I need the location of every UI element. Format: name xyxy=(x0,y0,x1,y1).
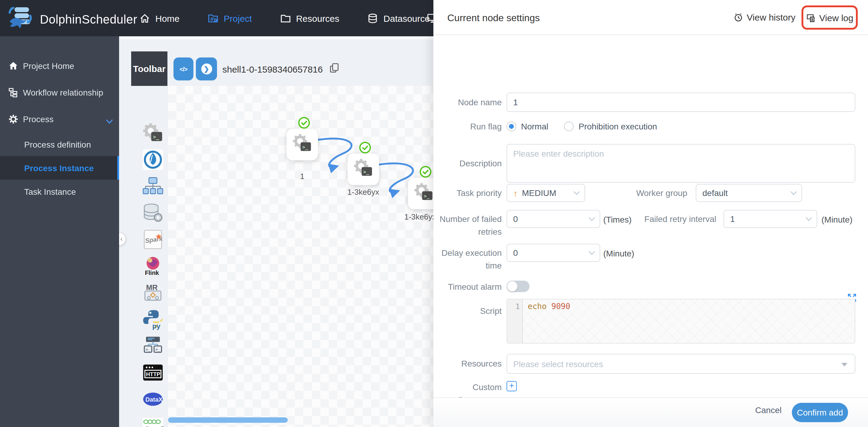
sidebar-item-task-instance[interactable]: Task Instance xyxy=(0,180,119,203)
svg-text:>_: >_ xyxy=(424,193,430,199)
resources-select[interactable]: Please select resources xyxy=(506,354,855,374)
nav-item-resources[interactable]: Resources xyxy=(280,12,339,24)
dag-title: shell1-0-1598340657816 xyxy=(222,64,323,75)
datasource-icon xyxy=(367,12,379,24)
run-flag-label: Run flag xyxy=(433,120,502,133)
task-type-sub-process-icon[interactable] xyxy=(140,148,166,172)
script-keyword: echo xyxy=(528,302,547,311)
task-type-python-icon[interactable]: py xyxy=(140,307,166,332)
brand[interactable]: DolphinScheduler xyxy=(7,5,137,33)
svg-text:py: py xyxy=(152,322,160,330)
home-icon xyxy=(139,12,151,24)
panel-header: Current node settings View history View … xyxy=(433,0,868,35)
task-type-flink-icon[interactable]: Flink xyxy=(140,254,166,278)
nav-item-datasource[interactable]: Datasource xyxy=(367,12,430,24)
node-name-input[interactable] xyxy=(506,92,855,112)
nav-item-project[interactable]: Project xyxy=(207,12,252,24)
script-code-editor[interactable]: 1 echo 9090 xyxy=(506,299,855,344)
sidebar-item-project-home[interactable]: Project Home xyxy=(0,53,119,79)
task-type-dependent-icon[interactable]: >_>_ xyxy=(140,334,166,358)
view-history-button[interactable]: View history xyxy=(734,12,796,22)
task-type-sqoop-icon[interactable]: SqooP xyxy=(140,414,166,427)
dag-node-1-3ke6yx[interactable]: >_ xyxy=(347,153,379,185)
task-type-sql-icon[interactable] xyxy=(140,201,166,225)
task-type-procedure-icon[interactable] xyxy=(140,174,166,198)
task-type-mr-icon[interactable]: MR xyxy=(140,281,166,305)
add-parameter-button[interactable]: + xyxy=(506,381,517,391)
svg-text:DataX: DataX xyxy=(145,396,163,403)
delay-time-label: Delay execution time xyxy=(433,247,502,272)
workflow-icon xyxy=(8,87,19,98)
nav-items: HomeProjectResourcesDatasource xyxy=(139,0,430,36)
script-label: Script xyxy=(433,305,502,317)
task-type-spark-icon[interactable]: Spark xyxy=(140,227,166,252)
resources-icon xyxy=(280,12,291,24)
gear-icon xyxy=(8,114,19,124)
timeout-alarm-label: Timeout alarm xyxy=(433,281,502,293)
view-log-annotation-box: View log xyxy=(802,5,858,30)
task-type-shell-icon[interactable]: >_ xyxy=(140,121,166,145)
failed-retries-unit: (Times) xyxy=(603,215,632,224)
task-type-http-icon[interactable]: HTTP xyxy=(140,361,166,385)
view-log-button[interactable]: View log xyxy=(806,12,854,23)
description-textarea[interactable] xyxy=(506,144,855,183)
run-flag-prohibition-label: Prohibition execution xyxy=(579,121,657,131)
task-priority-select[interactable]: ↑ MEDIUM xyxy=(506,184,585,202)
dropdown-arrow-icon xyxy=(841,363,847,367)
sidebar-item-process[interactable]: Process xyxy=(0,106,119,133)
delay-time-select[interactable]: 0 xyxy=(506,244,600,262)
dag-node-1[interactable]: >_ xyxy=(286,129,318,160)
log-icon xyxy=(806,12,816,23)
sidebar-item-process-instance[interactable]: Process Instance xyxy=(0,156,119,180)
svg-text:SqooP: SqooP xyxy=(145,425,164,427)
chevron-down-icon xyxy=(589,249,595,255)
svg-text:>_: >_ xyxy=(156,347,160,352)
home-icon xyxy=(8,60,19,72)
worker-group-select[interactable]: default xyxy=(696,184,802,202)
copy-name-icon[interactable] xyxy=(329,62,340,73)
retry-interval-select[interactable]: 1 xyxy=(723,210,817,228)
chevron-down-icon xyxy=(106,116,113,126)
sidebar-item-workflow-relationship[interactable]: Workflow relationship xyxy=(0,79,119,106)
task-type-datax-icon[interactable]: DataX xyxy=(140,387,166,411)
priority-up-arrow-icon: ↑ xyxy=(513,188,518,198)
timeout-alarm-toggle[interactable] xyxy=(506,281,529,292)
task-type-toolbar: >_SparkFlinkMRpy>_>_HTTPDataXSqooP xyxy=(119,86,168,427)
run-flag-normal-label: Normal xyxy=(521,121,548,131)
svg-text:>_: >_ xyxy=(363,169,369,175)
delay-time-unit: (Minute) xyxy=(603,249,634,258)
project-icon xyxy=(207,12,219,24)
dolphinscheduler-logo-icon xyxy=(7,5,35,33)
panel-footer: Cancel Confirm add xyxy=(433,397,868,427)
horizontal-scrollbar[interactable] xyxy=(168,417,288,423)
panel-title: Current node settings xyxy=(447,13,540,24)
nav-item-home[interactable]: Home xyxy=(139,12,180,24)
retry-interval-label: Failed retry interval xyxy=(632,213,716,226)
format-dag-button[interactable]: </> xyxy=(174,57,193,80)
failed-retries-label: Number of failed retries xyxy=(433,213,502,238)
dag-node-label: 1-3ke6yx xyxy=(347,188,379,197)
clock-icon xyxy=(734,12,744,22)
node-settings-form: Node name Run flag Normal Prohibition ex… xyxy=(433,35,868,397)
arrow-right-icon: ❯ xyxy=(201,63,212,75)
sidebar: Project HomeWorkflow relationshipProcess… xyxy=(0,36,119,427)
chevron-down-icon xyxy=(589,215,595,221)
run-flag-normal-radio[interactable] xyxy=(506,121,516,131)
svg-text:>_: >_ xyxy=(146,347,150,352)
svg-text:>_: >_ xyxy=(153,134,159,140)
worker-group-label: Worker group xyxy=(621,187,687,200)
svg-text:HTTP: HTTP xyxy=(146,371,160,377)
cancel-button[interactable]: Cancel xyxy=(755,405,781,415)
svg-text:>_: >_ xyxy=(302,144,308,150)
svg-text:MR: MR xyxy=(146,283,158,291)
code-icon: </> xyxy=(180,66,187,72)
chevron-down-icon xyxy=(806,215,812,221)
go-back-button[interactable]: ❯ xyxy=(196,57,217,80)
dolphinscheduler-app: Toolbar </> ❯ shell1-0-1598340657816 >_S… xyxy=(0,0,868,427)
node-settings-panel: Current node settings View history View … xyxy=(433,0,868,427)
sidebar-item-process-definition[interactable]: Process definition xyxy=(0,133,119,156)
run-flag-prohibition-radio[interactable] xyxy=(564,121,574,131)
failed-retries-select[interactable]: 0 xyxy=(506,210,600,228)
confirm-add-button[interactable]: Confirm add xyxy=(792,403,848,422)
resources-label: Resources xyxy=(433,358,502,370)
